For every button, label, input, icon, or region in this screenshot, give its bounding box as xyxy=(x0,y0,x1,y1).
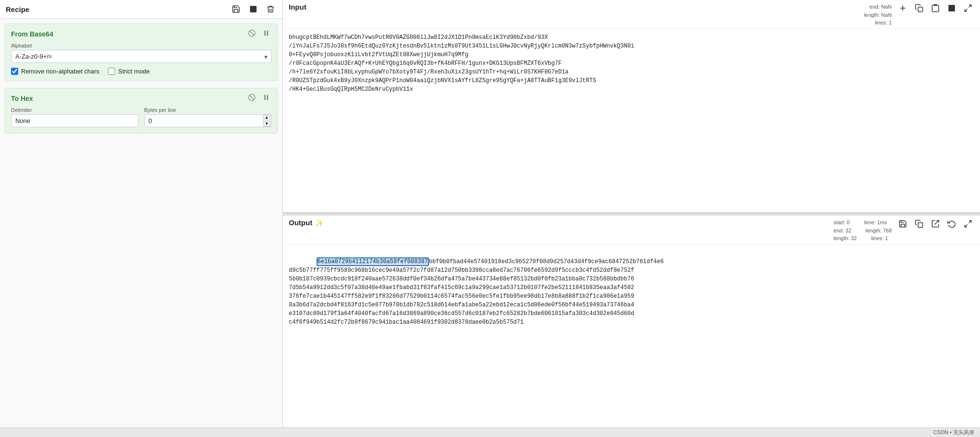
input-copy-button[interactable] xyxy=(913,3,925,15)
remove-nonalpha-label[interactable]: Remove non-alphabet chars xyxy=(11,68,99,75)
from-base64-header: From Base64 xyxy=(11,29,272,39)
alphabet-select-wrapper: A-Za-z0-9+/= xyxy=(11,50,272,63)
alphabet-field-row: Alphabet A-Za-z0-9+/= xyxy=(11,43,272,63)
input-clear-button[interactable] xyxy=(945,3,958,15)
output-meta: start: 0 time: 1ms end: 32 length: 768 l… xyxy=(834,218,892,243)
recipe-header-icons xyxy=(230,4,277,14)
svg-rect-8 xyxy=(267,95,268,100)
output-meta-start: start: 0 xyxy=(834,218,850,227)
input-add-button[interactable] xyxy=(897,3,909,15)
svg-rect-0 xyxy=(250,6,257,12)
right-panel: Input end: NaN length: NaN lines: 1 xyxy=(283,0,980,427)
from-base64-pause-button[interactable] xyxy=(261,29,272,39)
to-hex-pause-button[interactable] xyxy=(261,93,272,103)
output-expand-button[interactable] xyxy=(962,218,974,231)
svg-line-19 xyxy=(965,225,967,227)
input-header: Input end: NaN length: NaN lines: 1 xyxy=(283,0,980,29)
svg-line-6 xyxy=(249,95,254,99)
input-paste-button[interactable] xyxy=(929,3,942,15)
from-base64-title: From Base64 xyxy=(11,30,247,38)
svg-line-14 xyxy=(969,5,971,7)
output-section: Output ✨ start: 0 time: 1ms end: 32 leng… xyxy=(283,215,980,427)
svg-rect-11 xyxy=(918,7,923,12)
from-base64-block: From Base64 Alphabet A-Za-z0- xyxy=(5,24,278,81)
svg-rect-12 xyxy=(932,5,939,12)
base64-options-row: Remove non-alphabet chars Strict mode xyxy=(11,68,272,75)
delimiter-label: Delimiter xyxy=(11,107,139,113)
delimiter-input[interactable] xyxy=(11,114,139,127)
bytes-per-line-label: Bytes per line xyxy=(144,107,272,113)
input-meta: end: NaN length: NaN lines: 1 xyxy=(864,3,892,27)
bytes-per-line-input[interactable] xyxy=(144,114,272,127)
recipe-title: Recipe xyxy=(6,5,230,13)
svg-rect-3 xyxy=(264,31,266,36)
svg-rect-16 xyxy=(918,223,923,228)
output-meta-lines-end: length: 32 xyxy=(834,234,857,243)
svg-rect-4 xyxy=(267,31,268,36)
alphabet-select[interactable]: A-Za-z0-9+/= xyxy=(11,50,272,63)
output-rest-content: bbf0b0fbad44e57401918ed3c965270f08d9d257… xyxy=(289,258,664,326)
output-meta-end: end: 32 xyxy=(834,227,851,235)
svg-rect-13 xyxy=(948,5,955,12)
input-content[interactable]: bhugcptBEhdLMKWf7wCDh7vwsPutR0V0AZG008ll… xyxy=(283,29,980,213)
input-meta-end: end: NaN xyxy=(864,3,892,11)
footer-bar: CSDN • 充头风侠 xyxy=(0,427,980,437)
strict-mode-label[interactable]: Strict mode xyxy=(108,68,150,75)
spinner-up-button[interactable]: ▲ xyxy=(263,115,271,121)
from-base64-disable-button[interactable] xyxy=(247,29,257,39)
output-meta-length: length: 768 xyxy=(866,227,892,235)
output-meta-lines: lines: 1 xyxy=(871,234,888,243)
wand-icon[interactable]: ✨ xyxy=(315,219,323,227)
to-hex-header: To Hex xyxy=(11,93,272,103)
to-hex-title: To Hex xyxy=(11,95,247,102)
remove-nonalpha-checkbox[interactable] xyxy=(11,68,18,75)
output-header-icons xyxy=(897,218,974,231)
input-meta-lines: lines: 1 xyxy=(864,19,892,27)
svg-line-17 xyxy=(935,220,939,224)
from-base64-header-icons xyxy=(247,29,272,39)
to-hex-disable-button[interactable] xyxy=(247,93,257,103)
spinner-buttons: ▲ ▼ xyxy=(263,115,271,127)
output-header: Output ✨ start: 0 time: 1ms end: 32 leng… xyxy=(283,215,980,245)
output-meta-time: time: 1ms xyxy=(864,218,887,227)
recipe-content: From Base64 Alphabet A-Za-z0- xyxy=(0,19,283,427)
input-title: Input xyxy=(289,3,864,11)
output-undo-button[interactable] xyxy=(945,218,958,231)
recipe-header: Recipe xyxy=(0,0,283,19)
input-meta-length: length: NaN xyxy=(864,11,892,19)
recipe-copy-button[interactable] xyxy=(247,4,260,14)
input-expand-button[interactable] xyxy=(962,3,974,15)
output-save-button[interactable] xyxy=(897,218,909,231)
left-panel: Recipe From Base64 xyxy=(0,0,283,427)
hex-fields: Delimiter Bytes per line ▲ ▼ xyxy=(11,107,272,127)
output-copy-button[interactable] xyxy=(913,218,925,231)
svg-line-18 xyxy=(969,220,971,223)
svg-rect-7 xyxy=(264,95,266,100)
bytes-per-line-field-group: Bytes per line ▲ ▼ xyxy=(144,107,272,127)
recipe-delete-button[interactable] xyxy=(264,4,277,14)
bytes-per-line-spinner-wrapper: ▲ ▼ xyxy=(144,114,272,127)
to-hex-header-icons xyxy=(247,93,272,103)
delimiter-field-group: Delimiter xyxy=(11,107,139,127)
footer-brand: CSDN • 充头风侠 xyxy=(933,429,974,435)
output-highlighted-text: 6e1ba0729b4112174b30a59fef008387 xyxy=(317,257,429,266)
output-content: 6e1ba0729b4112174b30a59fef008387bbf0b0fb… xyxy=(283,245,980,428)
spinner-down-button[interactable]: ▼ xyxy=(263,121,271,127)
input-header-icons xyxy=(897,3,974,15)
alphabet-label: Alphabet xyxy=(11,43,272,49)
to-hex-block: To Hex Delimiter xyxy=(5,88,278,134)
input-section: Input end: NaN length: NaN lines: 1 xyxy=(283,0,980,213)
output-paste-to-input-button[interactable] xyxy=(929,218,942,231)
svg-line-2 xyxy=(249,31,254,35)
svg-line-15 xyxy=(965,9,967,12)
strict-mode-checkbox[interactable] xyxy=(108,68,115,75)
recipe-save-button[interactable] xyxy=(230,4,242,14)
output-title: Output ✨ xyxy=(289,218,834,227)
